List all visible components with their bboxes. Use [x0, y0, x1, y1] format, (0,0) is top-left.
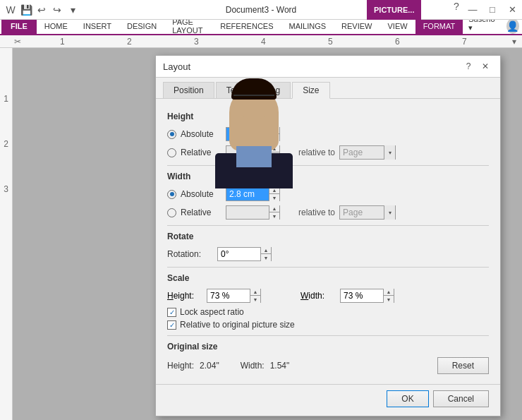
scale-width-input[interactable]: ▲ ▼ — [340, 289, 394, 303]
scale-height-input[interactable]: ▲ ▼ — [207, 289, 261, 303]
relative-original-checkbox[interactable] — [167, 320, 176, 330]
width-relative-input[interactable]: ▲ ▼ — [226, 205, 280, 220]
scale-height-up[interactable]: ▲ — [250, 289, 260, 296]
layout-dialog: Layout ? ✕ Position Text Wrapping Size H… — [155, 55, 501, 416]
rotation-field[interactable] — [218, 248, 260, 260]
lock-aspect-row: Lock aspect ratio — [167, 307, 489, 317]
dialog-tabs: Position Text Wrapping Size — [156, 78, 500, 99]
ribbon-tabs: FILE HOME INSERT DESIGN PAGE LAYOUT REFE… — [0, 20, 522, 35]
scale-height-spinners: ▲ ▼ — [250, 289, 260, 303]
width-absolute-spinners: ▲ ▼ — [269, 187, 279, 201]
relative-original-row: Relative to original picture size — [167, 320, 489, 330]
window-controls: ? — □ ✕ — [450, 0, 522, 20]
divider-2 — [167, 225, 489, 226]
save-icon[interactable]: 💾 — [20, 4, 32, 16]
original-width-value: 1.54" — [270, 361, 290, 371]
width-relative-row: Relative ▲ ▼ relative to Page ▾ — [167, 205, 489, 220]
scale-width-down[interactable]: ▼ — [384, 296, 394, 303]
cancel-button[interactable]: Cancel — [433, 390, 489, 407]
dialog-body: Height Absolute ▲ ▼ Relative — [156, 99, 500, 384]
width-relative-to-value: Page — [340, 208, 384, 217]
scale-width-label: Width: — [301, 291, 336, 301]
height-absolute-label: Absolute — [181, 129, 221, 139]
height-dropdown-arrow: ▾ — [384, 145, 395, 160]
tab-design[interactable]: DESIGN — [119, 18, 164, 34]
tab-page-layout[interactable]: PAGE LAYOUT — [164, 18, 212, 34]
dialog-title-bar: Layout ? ✕ — [156, 56, 500, 78]
avatar: 👤 — [506, 18, 519, 34]
close-button[interactable]: ✕ — [502, 0, 522, 20]
scale-section-label: Scale — [167, 273, 489, 283]
original-height-label: Height: — [167, 361, 194, 371]
scale-width-field[interactable] — [341, 289, 383, 302]
width-relative-field[interactable] — [226, 206, 269, 219]
maximize-button[interactable]: □ — [482, 0, 502, 20]
scale-height-field[interactable] — [207, 289, 250, 302]
width-absolute-label: Absolute — [181, 189, 221, 199]
tab-file[interactable]: FILE — [1, 18, 37, 34]
help-icon[interactable]: ? — [450, 0, 463, 13]
relative-original-label: Relative to original picture size — [180, 320, 295, 330]
tab-format[interactable]: FORMAT — [415, 18, 463, 34]
divider-3 — [167, 267, 489, 268]
width-relative-label: Relative — [181, 208, 221, 217]
scale-height-label: Height: — [167, 291, 202, 301]
dialog-controls: ? ✕ — [461, 60, 493, 73]
tab-mailings[interactable]: MAILINGS — [281, 18, 334, 34]
vertical-ruler: 1 2 3 — [0, 48, 13, 420]
width-relative-down[interactable]: ▼ — [269, 212, 279, 220]
scale-height-down[interactable]: ▼ — [250, 296, 260, 303]
width-relative-to-dropdown[interactable]: Page ▾ — [339, 205, 396, 220]
rotation-down[interactable]: ▼ — [261, 254, 271, 261]
document-area: 1 2 3 — [0, 48, 522, 420]
height-relative-to-value: Page — [340, 148, 384, 157]
ok-button[interactable]: OK — [387, 390, 428, 407]
width-absolute-input[interactable]: ▲ ▼ — [226, 187, 280, 201]
width-absolute-field[interactable] — [226, 188, 269, 200]
minimize-button[interactable]: — — [463, 0, 482, 20]
tab-references[interactable]: REFERENCES — [212, 18, 281, 34]
height-relative-radio[interactable] — [167, 148, 176, 157]
tab-home[interactable]: HOME — [37, 18, 75, 34]
width-relative-up[interactable]: ▲ — [269, 205, 279, 212]
dialog-help-button[interactable]: ? — [461, 60, 476, 73]
rotation-row: Rotation: ▲ ▼ — [167, 247, 489, 261]
scale-width-up[interactable]: ▲ — [384, 289, 394, 296]
dropdown-arrow-icon[interactable]: ▾ — [66, 4, 79, 16]
height-section-label: Height — [167, 112, 489, 121]
dialog-title: Layout — [163, 61, 190, 72]
undo-icon[interactable]: ↩ — [35, 4, 48, 16]
picture-tab-label: PICTURE... — [367, 0, 421, 20]
reset-button[interactable]: Reset — [437, 357, 489, 374]
original-height-pair: Height: 2.04" — [167, 361, 219, 371]
width-dropdown-arrow: ▾ — [384, 205, 395, 220]
original-height-value: 2.04" — [200, 361, 219, 371]
tab-view[interactable]: VIEW — [380, 18, 415, 34]
redo-icon[interactable]: ↪ — [51, 4, 63, 16]
rotation-spinners: ▲ ▼ — [260, 247, 271, 261]
tab-size[interactable]: Size — [292, 82, 329, 99]
height-absolute-row: Absolute ▲ ▼ — [167, 127, 489, 141]
rotation-input[interactable]: ▲ ▼ — [217, 247, 272, 261]
original-size-section-label: Original size — [167, 342, 489, 352]
tab-review[interactable]: REVIEW — [334, 18, 380, 34]
app-icon: W — [4, 4, 17, 16]
rotation-up[interactable]: ▲ — [261, 247, 271, 254]
tab-position[interactable]: Position — [163, 82, 214, 98]
height-relative-to-dropdown[interactable]: Page ▾ — [339, 145, 396, 160]
original-width-pair: Width: 1.54" — [241, 361, 290, 371]
original-width-label: Width: — [241, 361, 265, 371]
dialog-close-button[interactable]: ✕ — [478, 60, 493, 73]
height-absolute-radio[interactable] — [167, 130, 176, 139]
dialog-footer: OK Cancel — [156, 384, 500, 416]
title-bar: W 💾 ↩ ↪ ▾ Document3 - Word PICTURE... ? … — [0, 0, 522, 20]
width-relative-radio[interactable] — [167, 208, 176, 217]
horizontal-ruler: ✂ 1 2 3 4 5 6 7 ▾ — [0, 35, 522, 48]
lock-aspect-checkbox[interactable] — [167, 308, 176, 317]
width-relative-spinners: ▲ ▼ — [269, 205, 279, 220]
width-absolute-row: Absolute ▲ ▼ — [167, 187, 489, 201]
tab-insert[interactable]: INSERT — [75, 18, 119, 34]
width-absolute-radio[interactable] — [167, 190, 176, 199]
original-size-row: Height: 2.04" Width: 1.54" Reset — [167, 357, 489, 374]
width-absolute-down[interactable]: ▼ — [269, 194, 279, 201]
